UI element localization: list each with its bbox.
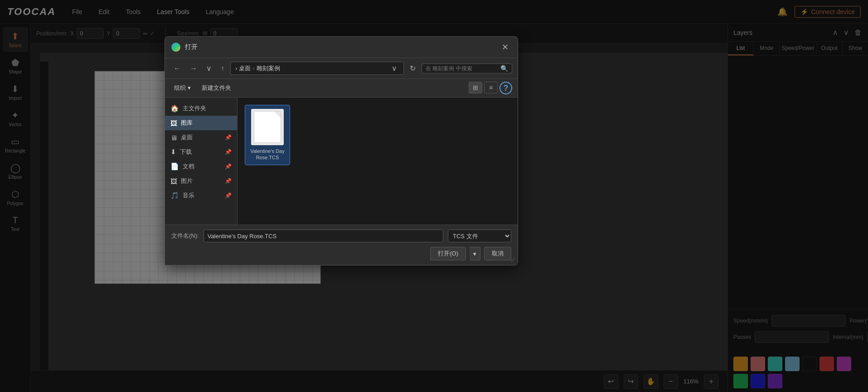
dialog-sidebar: 🏠 主文件夹 🖼 图库 🖥 桌面 📌 ⬇ 下载 📌: [165, 98, 238, 225]
file-item-tcs[interactable]: Valentine's Day Rose.TCS: [245, 105, 290, 165]
view-grid-button[interactable]: ⊞: [469, 82, 482, 93]
dialog-title: 打开: [185, 43, 495, 51]
pictures-folder-label: 图片: [181, 177, 193, 185]
breadcrumb-bar: › 桌面 › 雕刻案例 ∨: [230, 62, 404, 75]
breadcrumb-folder[interactable]: 雕刻案例: [257, 64, 280, 73]
open-dropdown-button[interactable]: ▾: [470, 247, 480, 260]
filename-input[interactable]: [204, 230, 443, 242]
file-corner: [274, 112, 281, 118]
search-icon: 🔍: [500, 65, 508, 72]
documents-folder-icon: 📄: [170, 162, 179, 171]
dialog-body: 🏠 主文件夹 🖼 图库 🖥 桌面 📌 ⬇ 下载 📌: [165, 98, 518, 225]
view-buttons: ⊞ ≡ ?: [469, 82, 512, 94]
view-list-button[interactable]: ≡: [484, 82, 498, 93]
sidebar-music-folder[interactable]: 🎵 音乐 📌: [165, 188, 237, 203]
dialog-footer: 文件名(N): TCS 文件 打开(O) ▾ 取消: [165, 225, 518, 265]
pin-icon: 📌: [225, 134, 232, 141]
search-box: 🔍: [422, 64, 512, 74]
dialog-nav: ← → ∨ ↑ › 桌面 › 雕刻案例 ∨ ↻ 🔍: [165, 58, 518, 79]
breadcrumb-desktop[interactable]: 桌面: [239, 64, 251, 73]
sidebar-documents-folder[interactable]: 📄 文档 📌: [165, 159, 237, 174]
filetype-select[interactable]: TCS 文件: [448, 230, 511, 242]
sidebar-gallery-folder[interactable]: 🖼 图库: [165, 116, 237, 130]
gallery-folder-label: 图库: [181, 119, 193, 127]
refresh-button[interactable]: ↻: [407, 62, 419, 74]
desktop-folder-icon: 🖥: [170, 134, 177, 142]
sidebar-desktop-folder[interactable]: 🖥 桌面 📌: [165, 130, 237, 145]
music-folder-label: 音乐: [183, 191, 194, 200]
sidebar-downloads-folder[interactable]: ⬇ 下载 📌: [165, 145, 237, 159]
sidebar-pictures-folder[interactable]: 🖼 图片 📌: [165, 174, 237, 188]
pictures-folder-icon: 🖼: [170, 177, 177, 185]
documents-folder-label: 文档: [183, 162, 194, 171]
dialog-files: Valentine's Day Rose.TCS: [238, 98, 518, 225]
breadcrumb-sep: ›: [252, 65, 254, 72]
file-open-dialog: 打开 ✕ ← → ∨ ↑ › 桌面 › 雕刻案例 ∨ ↻ 🔍 组织 ▾: [165, 36, 518, 265]
nav-back-button[interactable]: ←: [170, 63, 184, 74]
footer-row1: 文件名(N): TCS 文件: [171, 230, 511, 242]
dialog-toolbar: 组织 ▾ 新建文件夹 ⊞ ≡ ?: [165, 79, 518, 98]
nav-down-button[interactable]: ∨: [203, 62, 215, 74]
open-button[interactable]: 打开(O): [430, 247, 466, 260]
file-page: [254, 111, 281, 143]
pin-icon-downloads: 📌: [225, 149, 232, 155]
cancel-button[interactable]: 取消: [484, 247, 511, 260]
dialog-titlebar: 打开 ✕: [165, 37, 518, 58]
music-folder-icon: 🎵: [170, 191, 179, 200]
gallery-folder-icon: 🖼: [170, 119, 177, 127]
home-folder-label: 主文件夹: [183, 104, 206, 113]
filename-label: 文件名(N):: [171, 232, 199, 240]
footer-buttons: 打开(O) ▾ 取消: [171, 247, 511, 260]
search-input[interactable]: [426, 65, 498, 72]
downloads-folder-icon: ⬇: [170, 148, 176, 156]
organize-button[interactable]: 组织 ▾: [170, 83, 194, 93]
dialog-overlay: 打开 ✕ ← → ∨ ↑ › 桌面 › 雕刻案例 ∨ ↻ 🔍 组织 ▾: [0, 0, 868, 392]
nav-up-button[interactable]: ↑: [218, 63, 228, 74]
dialog-chrome-icon: [171, 43, 180, 52]
nav-forward-button[interactable]: →: [187, 63, 200, 74]
pin-icon-pictures: 📌: [225, 178, 232, 184]
pin-icon-music: 📌: [225, 192, 232, 199]
home-folder-icon: 🏠: [170, 104, 179, 113]
resize-handle-icon[interactable]: ⤢: [510, 256, 516, 263]
new-folder-button[interactable]: 新建文件夹: [198, 83, 235, 93]
pin-icon-documents: 📌: [225, 163, 232, 170]
file-name: Valentine's Day Rose.TCS: [249, 148, 286, 161]
downloads-folder-label: 下载: [180, 148, 192, 156]
breadcrumb-dropdown-button[interactable]: ∨: [390, 64, 399, 73]
sidebar-home-folder[interactable]: 🏠 主文件夹: [165, 101, 237, 116]
dialog-close-button[interactable]: ✕: [499, 41, 511, 53]
desktop-folder-label: 桌面: [181, 133, 193, 142]
help-button[interactable]: ?: [499, 82, 512, 94]
breadcrumb-arrow: ›: [235, 65, 237, 72]
file-thumbnail: [251, 109, 284, 145]
